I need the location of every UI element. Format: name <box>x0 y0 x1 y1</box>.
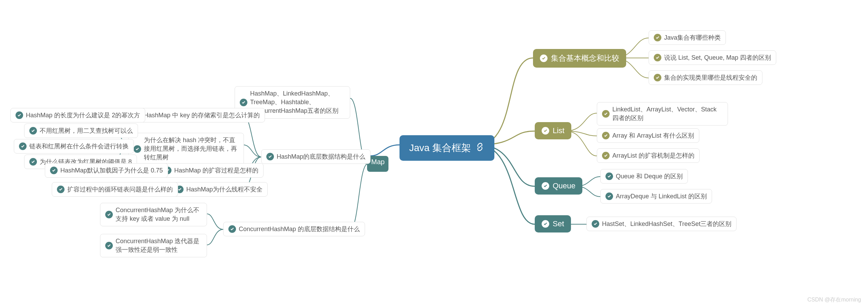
watermark: CSDN @存在morning <box>807 296 861 304</box>
check-icon <box>654 54 661 61</box>
check-icon <box>540 55 548 62</box>
leaf[interactable]: HastSet、LinkedHashSet、TreeSet三者的区别 <box>586 217 737 231</box>
check-icon <box>542 220 549 228</box>
check-icon <box>542 182 549 190</box>
check-icon <box>654 34 661 41</box>
leaf[interactable]: HashMap为什么线程不安全 <box>171 182 268 197</box>
check-icon <box>266 153 274 160</box>
leaf[interactable]: Array 和 ArrayList 有什么区别 <box>597 128 699 143</box>
leaf[interactable]: 不用红黑树，用二叉查找树可以么 <box>24 123 138 138</box>
check-icon <box>240 99 247 106</box>
check-icon <box>602 152 610 159</box>
branch-list[interactable]: List <box>535 122 571 139</box>
leaf[interactable]: 集合的实现类里哪些是线程安全的 <box>649 70 762 85</box>
branch-basic[interactable]: 集合基本概念和比较 <box>533 49 626 68</box>
leaf[interactable]: LinkedList、ArrayList、Vector、Stack四者的区别 <box>597 102 728 126</box>
check-icon <box>19 142 27 150</box>
leaf[interactable]: ConcurrentHashMap 迭代器是强一致性还是弱一致性 <box>100 234 207 257</box>
check-icon <box>542 127 549 135</box>
leaf[interactable]: Queue 和 Deque 的区别 <box>600 169 688 184</box>
check-icon <box>29 127 37 135</box>
check-icon <box>134 145 141 153</box>
check-icon <box>605 192 613 200</box>
leaf[interactable]: 链表和红黑树在什么条件会进行转换 <box>14 139 134 154</box>
leaf[interactable]: ConcurrentHashMap 的底层数据结构是什么 <box>223 222 365 236</box>
check-icon <box>228 225 236 233</box>
leaf[interactable]: ArrayList 的扩容机制是怎样的 <box>597 148 700 163</box>
branch-queue[interactable]: Queue <box>535 177 582 195</box>
root-node[interactable]: Java 集合框架 <box>400 135 494 161</box>
branch-map[interactable]: Map <box>371 158 385 166</box>
leaf[interactable]: ConcurrentHashMap 为什么不支持 key 或者 value 为 … <box>100 203 207 226</box>
check-icon <box>57 186 65 193</box>
leaf[interactable]: HashMap 的长度为什么建议是 2的幂次方 <box>10 108 145 122</box>
check-icon <box>16 111 23 119</box>
check-icon <box>602 110 610 118</box>
leaf[interactable]: HashMap的底层数据结构是什么 <box>261 149 371 164</box>
check-icon <box>105 211 113 218</box>
link-icon <box>475 142 485 154</box>
leaf[interactable]: 扩容过程中的循环链表问题是什么样的 <box>52 182 178 197</box>
leaf[interactable]: 为什么在解决 hash 冲突时，不直接用红黑树，而选择先用链表，再转红黑树 <box>128 133 244 165</box>
leaf[interactable]: 说说 List, Set, Queue, Map 四者的区别 <box>649 50 776 65</box>
branch-set[interactable]: Set <box>535 215 571 232</box>
leaf[interactable]: Java集合有哪些种类 <box>649 30 726 45</box>
leaf[interactable]: ArrayDeque 与 LinkedList 的区别 <box>600 189 712 204</box>
check-icon <box>605 172 613 180</box>
leaf[interactable]: HashMap 中 key 的存储索引是怎么计算的 <box>128 108 265 122</box>
leaf[interactable]: HashMap 的扩容过程是怎样的 <box>159 163 264 178</box>
leaf[interactable]: HashMap默认加载因子为什么是 0.75 <box>45 163 168 178</box>
check-icon <box>602 132 610 139</box>
root-label: Java 集合框架 <box>409 141 471 155</box>
check-icon <box>105 242 113 249</box>
check-icon <box>50 167 58 174</box>
check-icon <box>29 158 37 166</box>
check-icon <box>592 220 599 228</box>
check-icon <box>654 74 661 81</box>
